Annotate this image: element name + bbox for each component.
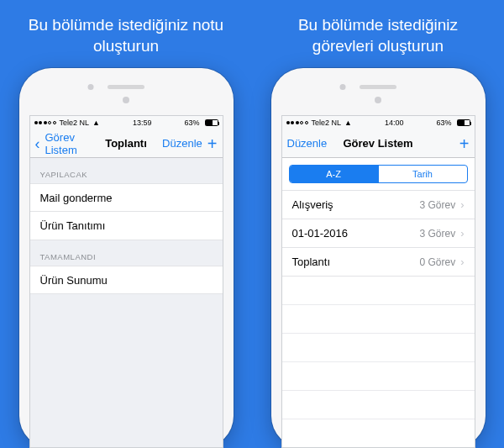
empty-rows [282,277,475,447]
signal-dots-icon [286,121,308,124]
segment-tarih[interactable]: Tarih [378,166,467,182]
todo-label: Mail gonderme [40,192,113,204]
sort-segmented-control: A-Z Tarih [289,165,468,183]
wifi-icon: ▲ [344,119,352,127]
add-button[interactable]: + [207,135,218,152]
carrier: Tele2 NL [60,119,90,127]
battery-percent: 63% [436,119,451,127]
navbar-left: ‹ Görev Listem Toplantı Düzenle + [30,129,223,158]
list-count: 3 Görev [419,228,455,240]
todo-row[interactable]: Mail gonderme [30,183,223,212]
list-count: 0 Görev [419,256,455,268]
carrier: Tele2 NL [312,119,342,127]
todo-label: Ürün Tanıtımı [40,219,106,232]
chevron-right-icon: › [460,256,464,268]
back-button[interactable]: Görev Listem [45,131,106,156]
battery-percent: 63% [184,119,199,127]
clock: 14:00 [385,119,404,127]
list-count: 3 Görev [419,199,455,211]
segment-az[interactable]: A-Z [290,166,378,182]
chevron-right-icon: › [460,198,464,211]
caption-left: Bu bölümde istediğiniz notu oluşturun [17,15,235,56]
add-button[interactable]: + [459,135,470,152]
phone-mockup-right: Tele2 NL ▲ 14:00 63% Düzenle Görev Liste… [271,68,486,448]
edit-button[interactable]: Düzenle [162,137,202,150]
page-title: Görev Listem [343,137,412,150]
status-bar: Tele2 NL ▲ 13:59 63% [30,116,223,129]
caption-right: Bu bölümde istediğiniz görevleri oluştur… [269,15,487,56]
section-todo-header: YAPILACAK [30,158,223,183]
list-row[interactable]: Alışveriş 3 Görev› [282,191,475,219]
page-title: Toplantı [105,137,147,150]
done-row[interactable]: Ürün Sunumu [30,266,223,294]
list-name: 01-01-2016 [292,227,349,240]
list-name: Alışveriş [292,198,333,211]
clock: 13:59 [133,119,152,127]
status-bar: Tele2 NL ▲ 14:00 63% [282,116,475,129]
chevron-right-icon: › [460,227,464,240]
wifi-icon: ▲ [92,119,100,127]
done-label: Ürün Sunumu [40,274,108,287]
battery-icon [457,119,470,126]
list-name: Toplantı [292,256,331,268]
list-row[interactable]: 01-01-2016 3 Görev› [282,219,475,248]
phone-mockup-left: Tele2 NL ▲ 13:59 63% ‹ Görev Listem Topl… [19,68,234,448]
list-row[interactable]: Toplantı 0 Görev› [282,248,475,277]
edit-button[interactable]: Düzenle [287,137,328,150]
signal-dots-icon [34,121,56,124]
section-done-header: TAMAMLANDI [30,240,223,266]
battery-icon [205,119,218,126]
back-chevron-icon[interactable]: ‹ [35,136,40,151]
navbar-right: Düzenle Görev Listem + [282,129,475,158]
screen-left: Tele2 NL ▲ 13:59 63% ‹ Görev Listem Topl… [29,115,223,448]
screen-right: Tele2 NL ▲ 14:00 63% Düzenle Görev Liste… [281,115,475,448]
todo-row[interactable]: Ürün Tanıtımı [30,212,223,240]
